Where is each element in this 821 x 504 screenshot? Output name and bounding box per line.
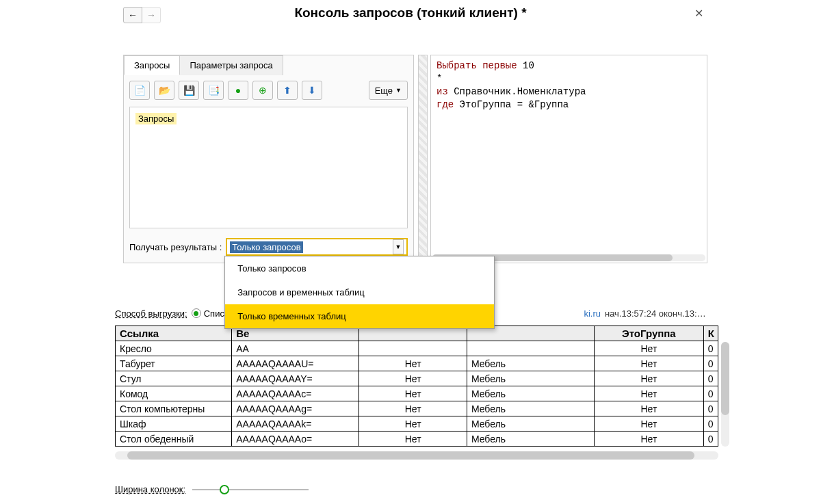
results-mode-dropdown: Только запросов Запросов и временных таб…	[224, 256, 495, 329]
column-width-slider[interactable]	[192, 485, 309, 494]
table-cell: Стол обеденный	[116, 432, 232, 447]
table-row[interactable]: СтулAAAAAQAAAAY=НетМебельНет0	[116, 371, 718, 386]
result-grid: СсылкаВеЭтоГруппаК КреслоААНет0ТабуретAA…	[115, 326, 718, 447]
table-cell: 0	[703, 341, 718, 356]
dropdown-option[interactable]: Только временных таблиц	[225, 304, 494, 328]
table-cell: 0	[703, 386, 718, 401]
new-button[interactable]: 📄	[129, 81, 150, 100]
results-mode-label: Получать результаты :	[129, 242, 222, 252]
table-row[interactable]: КомодAAAAAQAAAAc=НетМебельНет0	[116, 386, 718, 401]
open-button[interactable]: 📂	[154, 81, 174, 100]
query-text-area[interactable]: Выбрать первые 10 * из Справочник.Номенк…	[430, 55, 707, 263]
toolbar: 📄 📂 💾 📑 ● ⊕ ⬆ ⬇ Еще ▼	[129, 81, 408, 100]
table-cell: 0	[703, 432, 718, 447]
timing-text: нач.13:57:24 оконч.13:5...	[605, 308, 707, 319]
table-cell: 0	[703, 356, 718, 371]
table-cell: AAAAAQAAAAY=	[232, 371, 359, 386]
radio-dot-icon	[192, 308, 201, 318]
table-cell: Нет	[359, 401, 467, 416]
column-width-label: Ширина колонок:	[115, 484, 185, 494]
grid-v-scrollbar[interactable]	[721, 342, 729, 447]
export-mode-label: Способ выгрузки:	[115, 308, 187, 319]
table-cell: Мебель	[467, 432, 594, 447]
table-cell: Нет	[359, 416, 467, 432]
table-cell	[467, 341, 594, 356]
move-up-button[interactable]: ⬆	[277, 81, 298, 100]
arrow-up-icon: ⬆	[283, 85, 291, 96]
table-cell: Нет	[595, 386, 704, 401]
folder-open-icon: 📂	[159, 85, 170, 96]
plus-circle-icon: ●	[235, 85, 241, 96]
table-row[interactable]: ТабуретAAAAAQAAAAU=НетМебельНет0	[116, 356, 718, 371]
table-cell: AAAAAQAAAAU=	[232, 356, 359, 371]
plus-child-icon: ⊕	[259, 85, 267, 96]
chevron-down-icon: ▼	[395, 243, 402, 250]
more-button[interactable]: Еще ▼	[369, 81, 408, 100]
copy-icon: 📑	[208, 85, 220, 96]
table-cell: Нет	[359, 432, 467, 447]
table-row[interactable]: Стол обеденныйAAAAAQAAAAo=НетМебельНет0	[116, 432, 718, 447]
table-row[interactable]: КреслоААНет0	[116, 341, 718, 356]
combo-caret-button[interactable]: ▼	[393, 239, 404, 254]
table-cell: Нет	[595, 401, 704, 416]
table-cell: Нет	[595, 371, 704, 386]
table-cell: AAAAAQAAAAk=	[232, 416, 359, 432]
table-cell: Нет	[595, 341, 704, 356]
table-cell: Мебель	[467, 386, 594, 401]
table-cell: 0	[703, 401, 718, 416]
column-header[interactable]: Ссылка	[116, 326, 232, 341]
tab-queries[interactable]: Запросы	[124, 55, 180, 75]
source-link[interactable]: ki.ru	[584, 308, 601, 319]
dropdown-option[interactable]: Только запросов	[225, 256, 494, 280]
dropdown-option[interactable]: Запросов и временных таблиц	[225, 280, 494, 304]
more-label: Еще	[375, 85, 393, 96]
tab-params[interactable]: Параметры запроса	[179, 55, 283, 75]
close-icon: ✕	[694, 8, 703, 19]
copy-button[interactable]: 📑	[203, 81, 224, 100]
table-cell: 0	[703, 416, 718, 432]
table-cell: AAAAAQAAAAo=	[232, 432, 359, 447]
floppy-icon: 💾	[183, 85, 195, 96]
file-icon: 📄	[134, 85, 146, 96]
table-cell: 0	[703, 371, 718, 386]
add-button[interactable]: ●	[228, 81, 248, 100]
table-cell: Нет	[359, 356, 467, 371]
add-child-button[interactable]: ⊕	[252, 81, 273, 100]
table-cell: Шкаф	[116, 416, 232, 432]
table-cell: Нет	[359, 386, 467, 401]
move-down-button[interactable]: ⬇	[302, 81, 322, 100]
table-cell: Мебель	[467, 416, 594, 432]
table-cell: Мебель	[467, 371, 594, 386]
table-cell: Стул	[116, 371, 232, 386]
close-button[interactable]: ✕	[694, 7, 703, 20]
table-cell	[359, 341, 467, 356]
arrow-down-icon: ⬇	[308, 85, 316, 96]
results-mode-combo[interactable]: Только запросов ▼ Только запросов Запрос…	[226, 238, 408, 256]
table-row[interactable]: ШкафAAAAAQAAAAk=НетМебельНет0	[116, 416, 718, 432]
save-button[interactable]: 💾	[179, 81, 199, 100]
table-cell: Мебель	[467, 356, 594, 371]
table-cell: Кресло	[116, 341, 232, 356]
query-code: Выбрать первые 10 * из Справочник.Номенк…	[431, 55, 707, 116]
table-cell: Комод	[116, 386, 232, 401]
column-header[interactable]: К	[703, 326, 718, 341]
tree-root-item[interactable]: Запросы	[135, 113, 177, 124]
table-cell: AAAAAQAAAAc=	[232, 386, 359, 401]
table-cell: АА	[232, 341, 359, 356]
table-cell: AAAAAQAAAAg=	[232, 401, 359, 416]
column-header[interactable]: ЭтоГруппа	[595, 326, 704, 341]
table-cell: Нет	[359, 371, 467, 386]
table-cell: Нет	[595, 416, 704, 432]
table-cell: Нет	[595, 432, 704, 447]
table-row[interactable]: Стол компьютерныAAAAAQAAAAg=НетМебельНет…	[116, 401, 718, 416]
chevron-down-icon: ▼	[395, 87, 402, 94]
grid-h-scrollbar[interactable]	[115, 451, 718, 460]
query-tree[interactable]: Запросы	[129, 107, 408, 228]
splitter-handle[interactable]	[418, 55, 428, 263]
table-cell: Табурет	[116, 356, 232, 371]
combo-selected-value: Только запросов	[230, 241, 302, 253]
slider-thumb[interactable]	[220, 485, 229, 494]
table-cell: Мебель	[467, 401, 594, 416]
table-cell: Нет	[595, 356, 704, 371]
queries-panel: Запросы Параметры запроса 📄 📂 💾 📑 ● ⊕ ⬆ …	[123, 55, 414, 263]
